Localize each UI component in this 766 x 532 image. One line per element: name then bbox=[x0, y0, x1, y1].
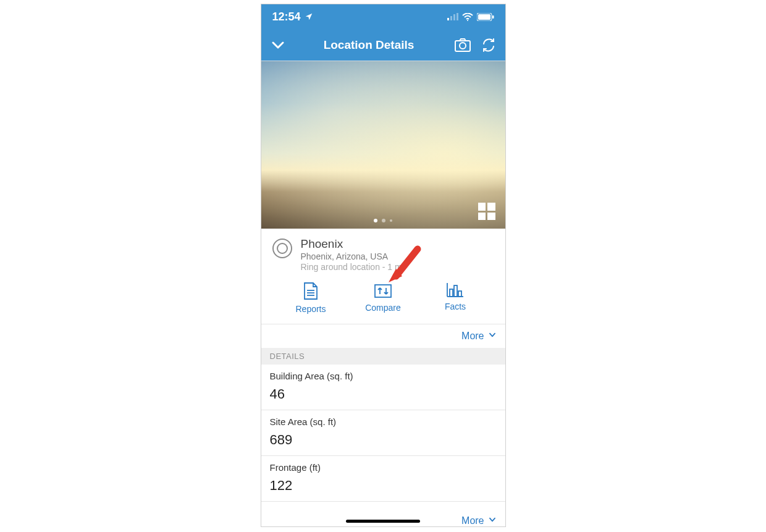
page-indicator bbox=[374, 219, 392, 222]
svg-rect-14 bbox=[375, 285, 391, 297]
action-row: Reports Compare Facts bbox=[261, 278, 505, 324]
location-arrow-icon bbox=[305, 12, 313, 21]
detail-label: Frontage (ft) bbox=[270, 462, 497, 473]
svg-rect-0 bbox=[447, 18, 449, 20]
chevron-down-icon bbox=[488, 331, 497, 342]
svg-rect-7 bbox=[492, 15, 494, 19]
camera-button[interactable] bbox=[455, 37, 471, 53]
location-header: Phoenix Phoenix, Arizona, USA Ring aroun… bbox=[261, 229, 505, 278]
detail-value: 689 bbox=[270, 432, 497, 448]
svg-rect-18 bbox=[454, 285, 457, 297]
svg-point-9 bbox=[460, 43, 466, 49]
detail-value: 46 bbox=[270, 386, 497, 402]
bar-chart-icon bbox=[446, 282, 465, 298]
detail-row-site-area[interactable]: Site Area (sq. ft) 689 bbox=[261, 410, 505, 456]
nav-bar: Location Details bbox=[261, 29, 505, 61]
facts-button[interactable]: Facts bbox=[427, 282, 483, 314]
reports-label: Reports bbox=[295, 304, 326, 314]
detail-row-frontage[interactable]: Frontage (ft) 122 bbox=[261, 456, 505, 502]
back-button[interactable] bbox=[270, 37, 286, 53]
refresh-button[interactable] bbox=[481, 37, 497, 53]
more-label: More bbox=[461, 515, 484, 526]
location-address: Phoenix, Arizona, USA bbox=[301, 251, 404, 261]
svg-rect-6 bbox=[478, 14, 490, 20]
detail-label: Site Area (sq. ft) bbox=[270, 416, 497, 427]
detail-value: 122 bbox=[270, 478, 497, 494]
wifi-icon bbox=[462, 13, 473, 21]
reports-button[interactable]: Reports bbox=[283, 282, 339, 314]
more-label: More bbox=[461, 331, 484, 342]
status-time: 12:54 bbox=[272, 11, 301, 23]
more-button-bottom[interactable]: More bbox=[261, 502, 505, 526]
compare-label: Compare bbox=[365, 303, 401, 313]
svg-rect-3 bbox=[457, 13, 458, 20]
compare-button[interactable]: Compare bbox=[355, 282, 411, 314]
location-ring-icon bbox=[272, 239, 292, 258]
svg-rect-19 bbox=[458, 291, 461, 297]
cellular-signal-icon bbox=[447, 13, 458, 20]
gallery-grid-icon[interactable] bbox=[478, 203, 495, 220]
svg-rect-1 bbox=[450, 16, 452, 20]
detail-label: Building Area (sq. ft) bbox=[270, 371, 497, 381]
chevron-down-icon bbox=[488, 515, 497, 526]
hero-image[interactable] bbox=[261, 61, 505, 229]
location-ring-text: Ring around location - 1 mi bbox=[301, 262, 404, 272]
more-button-top[interactable]: More bbox=[261, 324, 505, 348]
battery-icon bbox=[477, 13, 494, 21]
compare-icon bbox=[374, 282, 392, 299]
page-title: Location Details bbox=[293, 38, 445, 52]
document-icon bbox=[302, 282, 319, 300]
svg-point-4 bbox=[467, 20, 468, 21]
svg-rect-2 bbox=[453, 14, 455, 20]
status-bar: 12:54 bbox=[261, 4, 505, 29]
phone-frame: 12:54 bbox=[261, 4, 506, 527]
facts-label: Facts bbox=[445, 302, 466, 311]
svg-rect-17 bbox=[450, 289, 453, 297]
details-section-header: DETAILS bbox=[261, 348, 505, 365]
home-indicator[interactable] bbox=[346, 520, 420, 523]
location-title: Phoenix bbox=[301, 237, 404, 251]
detail-row-building-area[interactable]: Building Area (sq. ft) 46 bbox=[261, 365, 505, 410]
